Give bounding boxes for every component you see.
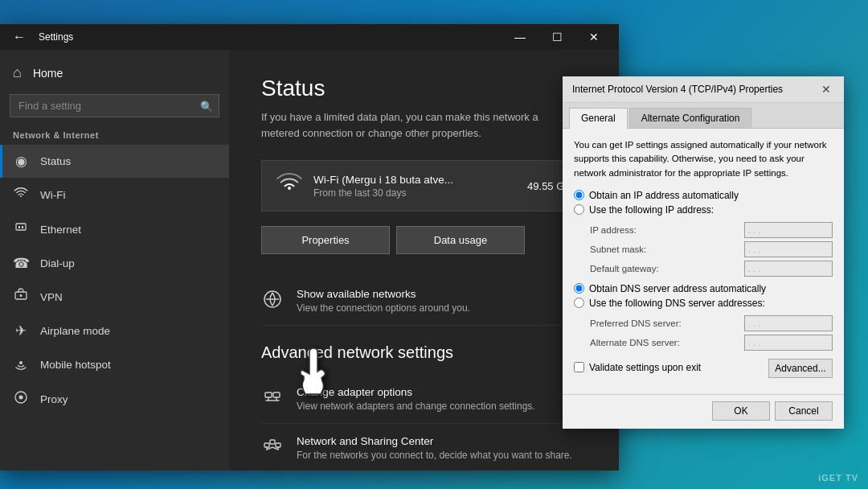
svg-rect-10 <box>273 392 280 397</box>
change-adapter-sub: View network adapters and change connect… <box>297 401 535 412</box>
gateway-label: Default gateway: <box>590 264 686 273</box>
svg-rect-11 <box>264 443 269 447</box>
ethernet-icon <box>13 220 29 239</box>
sharing-center-item[interactable]: Network and Sharing Center For the netwo… <box>261 424 587 471</box>
show-networks-item[interactable]: Show available networks View the connect… <box>261 277 587 326</box>
dialog-btn-row: OK Cancel <box>563 394 844 429</box>
sidebar-item-label-airplane: Airplane mode <box>40 325 110 337</box>
network-info-card: Wi-Fi (Mergu i 18 buta atve... From the … <box>261 160 587 212</box>
preferred-dns-label: Preferred DNS server: <box>590 318 686 328</box>
dialog-body: You can get IP settings assigned automat… <box>563 129 844 394</box>
manual-dns-radio[interactable] <box>574 298 584 308</box>
search-input[interactable] <box>10 94 219 117</box>
sidebar-item-status[interactable]: ◉ Status <box>0 145 229 178</box>
ip-address-input[interactable] <box>744 222 833 238</box>
sidebar-item-hotspot[interactable]: Mobile hotspot <box>0 347 229 382</box>
gateway-input[interactable] <box>744 261 833 277</box>
cancel-button[interactable]: Cancel <box>775 401 833 421</box>
sidebar-item-dialup[interactable]: ☎ Dial-up <box>0 247 229 280</box>
watermark: iGET TV <box>818 473 858 483</box>
sidebar-item-ethernet[interactable]: Ethernet <box>0 212 229 247</box>
preferred-dns-input[interactable] <box>744 315 833 331</box>
sidebar-item-airplane[interactable]: ✈ Airplane mode <box>0 314 229 347</box>
title-bar-left: ← Settings <box>6 24 73 50</box>
manual-ip-radio[interactable] <box>574 204 584 215</box>
dialup-icon: ☎ <box>13 255 29 272</box>
sidebar-item-label-ethernet: Ethernet <box>40 224 81 236</box>
sidebar-item-wifi[interactable]: Wi-Fi <box>0 178 229 212</box>
maximize-button[interactable]: ☐ <box>538 24 575 50</box>
sidebar-item-vpn[interactable]: VPN <box>0 280 229 314</box>
svg-rect-2 <box>22 226 23 228</box>
subnet-mask-label: Subnet mask: <box>590 244 686 254</box>
svg-rect-1 <box>18 226 20 228</box>
dialog-title-text: Internet Protocol Version 4 (TCP/IPv4) P… <box>572 84 783 95</box>
gateway-row: Default gateway: <box>590 261 833 277</box>
sidebar-item-proxy[interactable]: Proxy <box>0 382 229 417</box>
wifi-icon <box>13 186 29 204</box>
sharing-center-title: Network and Sharing Center <box>297 435 572 447</box>
ok-button[interactable]: OK <box>712 401 770 421</box>
minimize-button[interactable]: — <box>502 24 538 50</box>
home-icon: ⌂ <box>13 64 22 81</box>
validate-checkbox-row: Validate settings upon exit <box>574 362 701 373</box>
vpn-icon <box>13 288 29 306</box>
sidebar-item-label-wifi: Wi-Fi <box>40 189 65 201</box>
auto-dns-label: Obtain DNS server address automatically <box>589 283 766 294</box>
svg-rect-9 <box>265 392 272 397</box>
ip-address-label: IP address: <box>590 225 686 235</box>
auto-ip-row: Obtain an IP address automatically <box>574 190 833 201</box>
ip-radio-group: Obtain an IP address automatically Use t… <box>574 190 833 216</box>
data-usage-button[interactable]: Data usage <box>396 226 525 254</box>
change-adapter-text: Change adapter options View network adap… <box>297 386 535 412</box>
sharing-center-icon <box>261 437 284 460</box>
svg-rect-12 <box>270 440 275 444</box>
main-content: Status If you have a limited data plan, … <box>229 50 619 471</box>
sidebar-section-title: Network & Internet <box>0 125 229 145</box>
hotspot-icon <box>13 355 29 374</box>
svg-point-7 <box>19 396 23 400</box>
sidebar: ⌂ Home 🔍 Network & Internet ◉ Status <box>0 50 229 471</box>
dialog-title-bar: Internet Protocol Version 4 (TCP/IPv4) P… <box>563 76 844 103</box>
dialog-tab-general[interactable]: General <box>569 108 628 129</box>
sharing-center-text: Network and Sharing Center For the netwo… <box>297 435 572 461</box>
validate-checkbox[interactable] <box>574 362 584 372</box>
dns-radio-group: Obtain DNS server address automatically … <box>574 283 833 309</box>
change-adapter-title: Change adapter options <box>297 386 535 398</box>
dialog-tabs: General Alternate Configuration <box>563 103 844 129</box>
close-button[interactable]: ✕ <box>575 24 612 50</box>
sidebar-item-label-proxy: Proxy <box>40 393 68 405</box>
properties-button[interactable]: Properties <box>261 226 390 254</box>
settings-body: ⌂ Home 🔍 Network & Internet ◉ Status <box>0 50 619 471</box>
dialog-close-button[interactable]: ✕ <box>818 83 834 96</box>
network-info-text: Wi-Fi (Mergu i 18 buta atve... From the … <box>313 174 453 199</box>
sidebar-home[interactable]: ⌂ Home <box>0 56 229 89</box>
ip-address-row: IP address: <box>590 222 833 238</box>
network-wifi-icon <box>276 172 302 199</box>
airplane-icon: ✈ <box>13 323 29 339</box>
show-networks-text: Show available networks View the connect… <box>297 288 470 314</box>
sidebar-item-label-status: Status <box>40 155 71 167</box>
ip-fields-group: IP address: Subnet mask: Default gateway… <box>590 222 833 277</box>
subnet-mask-input[interactable] <box>744 241 833 257</box>
svg-point-4 <box>20 294 23 297</box>
title-bar-controls: — ☐ ✕ <box>502 24 612 50</box>
change-adapter-item[interactable]: Change adapter options View network adap… <box>261 375 587 424</box>
dns-fields-group: Preferred DNS server: Alternate DNS serv… <box>590 315 833 351</box>
back-button[interactable]: ← <box>6 24 32 50</box>
network-name: Wi-Fi (Mergu i 18 buta atve... <box>313 174 453 186</box>
alternate-dns-input[interactable] <box>744 335 833 351</box>
advanced-section-title: Advanced network settings <box>261 343 587 362</box>
auto-ip-radio[interactable] <box>574 190 584 200</box>
dialog-tab-alternate[interactable]: Alternate Configuration <box>629 108 752 128</box>
dialog-info-text: You can get IP settings assigned automat… <box>574 138 833 180</box>
change-adapter-icon <box>261 388 284 411</box>
auto-dns-radio[interactable] <box>574 283 584 294</box>
validate-label: Validate settings upon exit <box>589 362 701 373</box>
sidebar-item-label-hotspot: Mobile hotspot <box>40 359 111 371</box>
svg-rect-13 <box>276 443 280 447</box>
advanced-button[interactable]: Advanced... <box>768 359 833 378</box>
search-icon: 🔍 <box>200 100 213 112</box>
show-networks-icon <box>261 290 284 313</box>
tcpip-dialog: Internet Protocol Version 4 (TCP/IPv4) P… <box>563 76 844 429</box>
